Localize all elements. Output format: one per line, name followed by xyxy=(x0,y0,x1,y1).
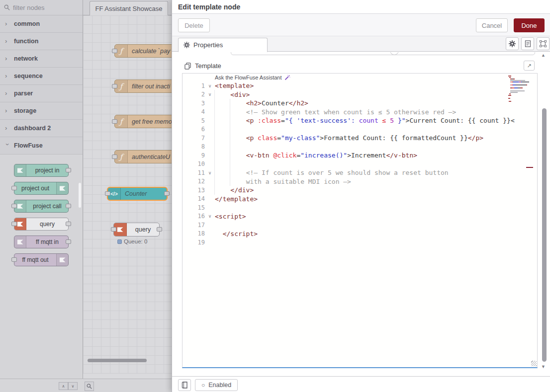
code-line-2[interactable]: 2∨ <div> xyxy=(183,90,537,99)
node-port-right[interactable] xyxy=(157,227,162,232)
node-port-left[interactable] xyxy=(111,227,116,232)
editor-resize-handle[interactable] xyxy=(531,361,537,366)
node-enabled-toggle[interactable]: ○ Enabled xyxy=(195,379,238,391)
canvas-node-Counter[interactable]: </>Counter xyxy=(107,187,168,201)
line-number: 18 xyxy=(183,230,205,237)
line-number: 7 xyxy=(183,135,205,142)
code-line-6[interactable]: 6 xyxy=(183,125,537,134)
node-properties-button[interactable] xyxy=(506,37,519,50)
canvas-node-filter-out-inacti[interactable]: ƒfilter out inacti xyxy=(114,79,172,93)
scroll-up-arrow[interactable]: ▲ xyxy=(541,53,546,58)
palette-category-label: common xyxy=(14,20,40,27)
minimap-line xyxy=(508,83,531,84)
palette-scrollbar[interactable] xyxy=(79,183,81,208)
node-port-left[interactable] xyxy=(112,155,117,159)
palette-node-project-in[interactable]: project in xyxy=(14,164,69,177)
palette-category-common[interactable]: ›common xyxy=(0,15,83,33)
cancel-button[interactable]: Cancel xyxy=(476,18,508,32)
canvas-node-calculate-pay[interactable]: ƒcalculate `pay xyxy=(114,44,172,58)
palette-collapse-all-button[interactable]: ∧ xyxy=(59,382,68,390)
node-port-left[interactable] xyxy=(112,49,117,53)
code-line-13[interactable]: 13 </div> xyxy=(183,186,537,195)
node-port-left[interactable] xyxy=(11,257,17,262)
code-line-14[interactable]: 14</template> xyxy=(183,195,537,204)
expand-editor-button[interactable]: ↗ xyxy=(524,61,535,71)
template-field-label: Template xyxy=(195,62,221,70)
code-line-8[interactable]: 8 xyxy=(183,143,537,152)
node-port-right[interactable] xyxy=(66,168,71,172)
node-port-right[interactable] xyxy=(66,222,71,226)
node-port-right[interactable] xyxy=(164,191,170,196)
palette-category-parser[interactable]: ›parser xyxy=(0,85,83,102)
palette-filter[interactable]: filter nodes xyxy=(0,0,83,15)
canvas-node-get-free-memo[interactable]: ƒget free memo xyxy=(114,115,172,128)
flowfuse-logo-icon xyxy=(16,221,24,228)
canvas-zoom-button[interactable] xyxy=(85,382,94,391)
code-line-15[interactable]: 15 xyxy=(183,203,537,212)
palette-node-ff-mqtt-out[interactable]: ff mqtt out xyxy=(14,253,69,266)
done-button[interactable]: Done xyxy=(514,18,545,32)
flow-canvas[interactable]: FF Assistant Showcase ƒcalculate `payƒfi… xyxy=(83,0,172,379)
palette-node-query[interactable]: query xyxy=(14,218,69,231)
node-port-right[interactable] xyxy=(66,239,71,244)
node-port-left[interactable] xyxy=(11,222,17,226)
code-line-9[interactable]: 9 <v-btn @click="increase()">Increment</… xyxy=(183,151,537,160)
palette-expand-all-button[interactable]: ∨ xyxy=(68,382,78,390)
enabled-label: Enabled xyxy=(208,382,231,389)
line-number: 15 xyxy=(183,204,205,211)
editor-minimap[interactable] xyxy=(508,76,531,104)
code-line-5[interactable]: 5 <p :class="{ 'text-success': count ≤ 5… xyxy=(183,116,537,125)
palette-node-ff-mqtt-in[interactable]: ff mqtt in xyxy=(14,235,69,248)
code-line-16[interactable]: 16∨<script> xyxy=(183,212,537,221)
canvas-node-query[interactable]: query xyxy=(113,223,160,236)
palette-category-FlowFuse[interactable]: ›FlowFuse xyxy=(0,137,83,155)
minimap-line xyxy=(508,95,531,96)
palette-category-function[interactable]: ›function xyxy=(0,33,83,50)
tab-properties[interactable]: Properties xyxy=(178,38,268,52)
scroll-thumb[interactable] xyxy=(542,108,547,362)
code-line-17[interactable]: 17 xyxy=(183,221,537,230)
node-appearance-button[interactable] xyxy=(537,37,550,50)
node-port-left[interactable] xyxy=(105,191,110,196)
fold-chevron-icon[interactable]: ∨ xyxy=(205,83,215,88)
palette-category-sequence[interactable]: ›sequence xyxy=(0,68,83,85)
fold-chevron-icon[interactable]: ∨ xyxy=(205,214,215,219)
node-info-button[interactable] xyxy=(178,379,191,391)
scroll-down-arrow[interactable]: ▼ xyxy=(541,364,546,369)
appearance-frame-icon xyxy=(540,40,547,47)
tab-ff-assistant-showcase[interactable]: FF Assistant Showcase xyxy=(90,1,168,15)
code-line-11[interactable]: 11∨ <!— If count is over 5 we should sho… xyxy=(183,168,537,177)
code-line-4[interactable]: 4 <!— Show green text when count is ≤ 5 … xyxy=(183,108,537,117)
node-description-button[interactable] xyxy=(521,37,534,50)
code-line-1[interactable]: 1∨<template> xyxy=(183,81,537,90)
node-port-right[interactable] xyxy=(66,204,71,208)
node-port-left[interactable] xyxy=(11,186,17,190)
palette-category-storage[interactable]: ›storage xyxy=(0,102,83,120)
code-line-18[interactable]: 18 </script> xyxy=(183,230,537,238)
code-line-10[interactable]: 10 xyxy=(183,160,537,169)
code-text: <div> xyxy=(215,91,250,98)
code-line-19[interactable]: 19 xyxy=(183,238,537,247)
palette-node-project-call[interactable]: project call xyxy=(14,200,69,213)
code-line-7[interactable]: 7 <p class="my-class">Formatted Count: {… xyxy=(183,134,537,143)
node-port-left[interactable] xyxy=(112,84,117,88)
palette-category-dashboard-2[interactable]: ›dashboard 2 xyxy=(0,120,83,137)
template-code-editor[interactable]: Ask the FlowFuse Assistant 1∨<template>2… xyxy=(182,73,538,368)
code-line-3[interactable]: 3 <h2>Counter</h2> xyxy=(183,99,537,108)
code-line-12[interactable]: 12 with a suitable MDI icon —> xyxy=(183,177,537,186)
node-port-left[interactable] xyxy=(11,204,17,208)
fold-chevron-icon[interactable]: ∨ xyxy=(205,170,215,175)
delete-button[interactable]: Delete xyxy=(178,18,210,32)
fold-chevron-icon[interactable]: ∨ xyxy=(205,92,215,97)
canvas-node-authenticateU[interactable]: ƒauthenticateU xyxy=(114,150,172,163)
palette-category-network[interactable]: ›network xyxy=(0,50,83,68)
scrolled-form-field[interactable] xyxy=(231,52,535,55)
code-lines[interactable]: 1∨<template>2∨ <div>3 <h2>Counter</h2>4 … xyxy=(183,81,537,247)
canvas-hscrollbar[interactable] xyxy=(88,359,147,362)
assistant-placeholder-row[interactable]: Ask the FlowFuse Assistant xyxy=(183,74,537,81)
node-port-left[interactable] xyxy=(112,119,117,124)
palette-category-label: storage xyxy=(14,107,36,114)
palette-node-project-out[interactable]: project out xyxy=(14,182,69,195)
palette-filter-placeholder: filter nodes xyxy=(13,4,45,11)
canvas-grid[interactable]: ƒcalculate `payƒfilter out inactiƒget fr… xyxy=(83,15,172,374)
